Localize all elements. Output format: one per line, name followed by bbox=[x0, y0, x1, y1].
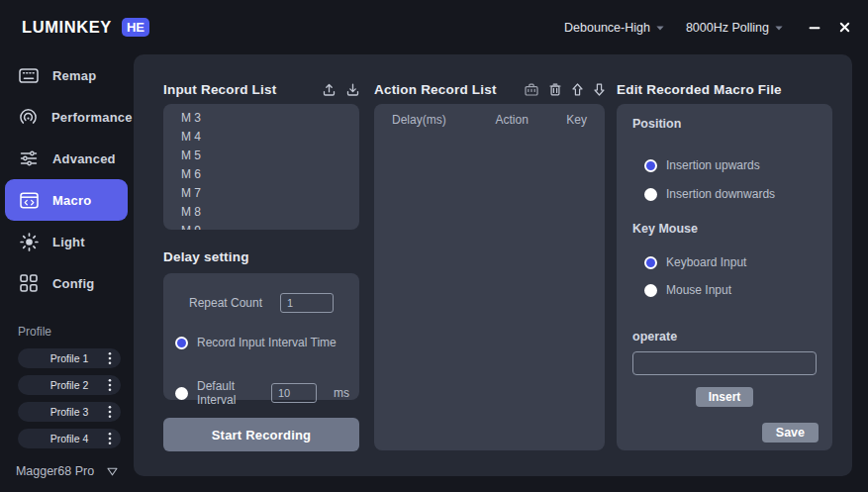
device-selector[interactable]: Magger68 Pro bbox=[0, 464, 134, 478]
debounce-label: Debounce-High bbox=[564, 21, 650, 35]
close-icon bbox=[839, 22, 850, 33]
macro-list-item[interactable]: M 8 bbox=[163, 203, 359, 222]
action-record-table[interactable]: Delay(ms) Action Key bbox=[374, 104, 605, 450]
keyboard-icon bbox=[19, 68, 39, 83]
macro-list-item[interactable]: M 3 bbox=[163, 109, 359, 128]
repeat-count-label: Repeat Count bbox=[189, 296, 262, 310]
toolbox-icon[interactable] bbox=[525, 83, 538, 96]
position-label: Position bbox=[632, 117, 817, 131]
column-header-action: Action bbox=[480, 113, 544, 127]
minimize-icon bbox=[809, 22, 820, 34]
close-button[interactable] bbox=[837, 20, 852, 35]
kebab-menu-icon[interactable] bbox=[108, 352, 112, 365]
debounce-dropdown[interactable]: Debounce-High bbox=[564, 21, 664, 35]
profile-3-button[interactable]: Profile 3 bbox=[18, 402, 121, 422]
input-record-list-title: Input Record List bbox=[163, 82, 276, 97]
radio-label: Insertion upwards bbox=[666, 158, 760, 172]
edit-macro-panel: Position Insertion upwards Insertion dow… bbox=[617, 104, 832, 450]
profile-label: Profile 4 bbox=[50, 433, 89, 444]
sidebar-item-advanced[interactable]: Advanced bbox=[5, 138, 128, 179]
profile-4-button[interactable]: Profile 4 bbox=[18, 429, 121, 448]
action-record-list-title: Action Record List bbox=[374, 82, 497, 97]
radio-label: Insertion downwards bbox=[666, 187, 775, 201]
default-interval-radio[interactable]: Default Interval ms bbox=[175, 379, 349, 407]
default-interval-input[interactable] bbox=[271, 383, 317, 403]
macro-list-item[interactable]: M 6 bbox=[163, 165, 359, 184]
macro-window-icon bbox=[19, 192, 39, 209]
interval-unit-label: ms bbox=[334, 386, 349, 400]
radio-label: Mouse Input bbox=[666, 283, 731, 297]
table-header-row: Delay(ms) Action Key bbox=[374, 104, 605, 127]
input-record-list[interactable]: M 3 M 4 M 5 M 6 M 7 M 8 M 9 bbox=[163, 104, 359, 230]
chevron-down-icon bbox=[656, 26, 664, 31]
sidebar-item-label: Remap bbox=[52, 68, 96, 83]
key-mouse-label: Key Mouse bbox=[632, 222, 817, 236]
macro-list-item[interactable]: M 4 bbox=[163, 128, 359, 147]
export-icon[interactable] bbox=[323, 83, 336, 96]
delay-setting-panel: Repeat Count Record Input Interval Time … bbox=[163, 273, 359, 400]
operate-input[interactable] bbox=[632, 351, 817, 375]
record-interval-radio[interactable]: Record Input Interval Time bbox=[175, 336, 349, 349]
start-recording-button[interactable]: Start Recording bbox=[163, 418, 359, 451]
sidebar: Remap Performance Advanced bbox=[0, 54, 134, 492]
insertion-upwards-radio[interactable]: Insertion upwards bbox=[644, 158, 817, 172]
sidebar-item-label: Light bbox=[52, 235, 85, 249]
profile-label: Profile 3 bbox=[50, 406, 89, 418]
brand-logo: LUMINKEY HE bbox=[22, 18, 149, 37]
device-name: Magger68 Pro bbox=[16, 464, 94, 478]
insertion-downwards-radio[interactable]: Insertion downwards bbox=[644, 187, 817, 201]
radio-label: Keyboard Input bbox=[666, 255, 746, 269]
grid-icon bbox=[19, 274, 39, 292]
sidebar-item-performance[interactable]: Performance bbox=[5, 96, 128, 138]
trash-icon[interactable] bbox=[549, 83, 561, 96]
edit-macro-title: Edit Recorded Macro File bbox=[617, 82, 782, 97]
kebab-menu-icon[interactable] bbox=[108, 379, 112, 392]
radio-selected-icon bbox=[644, 159, 657, 172]
move-up-icon[interactable] bbox=[572, 83, 583, 96]
kebab-menu-icon[interactable] bbox=[108, 406, 112, 419]
sidebar-item-label: Performance bbox=[51, 110, 133, 125]
sidebar-item-light[interactable]: Light bbox=[5, 221, 128, 262]
brand-name: LUMINKEY bbox=[22, 18, 112, 37]
profile-label: Profile 1 bbox=[50, 352, 89, 364]
sliders-icon bbox=[19, 150, 39, 166]
macro-list-item[interactable]: M 7 bbox=[163, 184, 359, 203]
chevron-down-icon bbox=[775, 26, 783, 31]
profile-2-button[interactable]: Profile 2 bbox=[18, 375, 121, 395]
profile-label: Profile 2 bbox=[50, 379, 89, 391]
delay-setting-title: Delay setting bbox=[163, 249, 359, 264]
save-button[interactable]: Save bbox=[762, 423, 819, 443]
operate-label: operate bbox=[632, 330, 817, 344]
sidebar-item-label: Advanced bbox=[52, 151, 116, 166]
gauge-icon bbox=[19, 108, 38, 127]
sidebar-item-macro[interactable]: Macro bbox=[5, 179, 128, 221]
move-down-icon[interactable] bbox=[594, 83, 605, 96]
import-icon[interactable] bbox=[346, 83, 359, 96]
repeat-count-input[interactable] bbox=[280, 293, 334, 313]
mouse-input-radio[interactable]: Mouse Input bbox=[644, 283, 817, 297]
profile-1-button[interactable]: Profile 1 bbox=[18, 348, 121, 368]
keyboard-input-radio[interactable]: Keyboard Input bbox=[644, 255, 817, 269]
triangle-down-icon bbox=[107, 467, 118, 476]
profile-section-label: Profile bbox=[18, 325, 134, 339]
radio-label: Record Input Interval Time bbox=[197, 336, 337, 349]
title-bar: LUMINKEY HE Debounce-High 8000Hz Polling bbox=[0, 0, 868, 54]
macro-list-item[interactable]: M 9 bbox=[163, 222, 359, 230]
macro-page: Input Record List M 3 M 4 bbox=[134, 54, 852, 476]
radio-label: Default Interval bbox=[197, 379, 250, 407]
polling-label: 8000Hz Polling bbox=[686, 21, 769, 35]
minimize-button[interactable] bbox=[807, 20, 822, 36]
sidebar-item-remap[interactable]: Remap bbox=[5, 54, 128, 96]
polling-dropdown[interactable]: 8000Hz Polling bbox=[686, 21, 783, 35]
brand-badge: HE bbox=[122, 18, 149, 37]
sidebar-item-config[interactable]: Config bbox=[5, 262, 128, 304]
macro-list-item[interactable]: M 5 bbox=[163, 147, 359, 165]
radio-selected-icon bbox=[644, 256, 657, 269]
sidebar-item-label: Macro bbox=[52, 193, 91, 208]
radio-unselected-icon bbox=[644, 188, 657, 201]
kebab-menu-icon[interactable] bbox=[108, 433, 112, 445]
radio-unselected-icon bbox=[175, 387, 188, 400]
radio-selected-icon bbox=[175, 337, 188, 349]
insert-button[interactable]: Insert bbox=[696, 387, 754, 407]
column-header-key: Key bbox=[544, 113, 587, 127]
